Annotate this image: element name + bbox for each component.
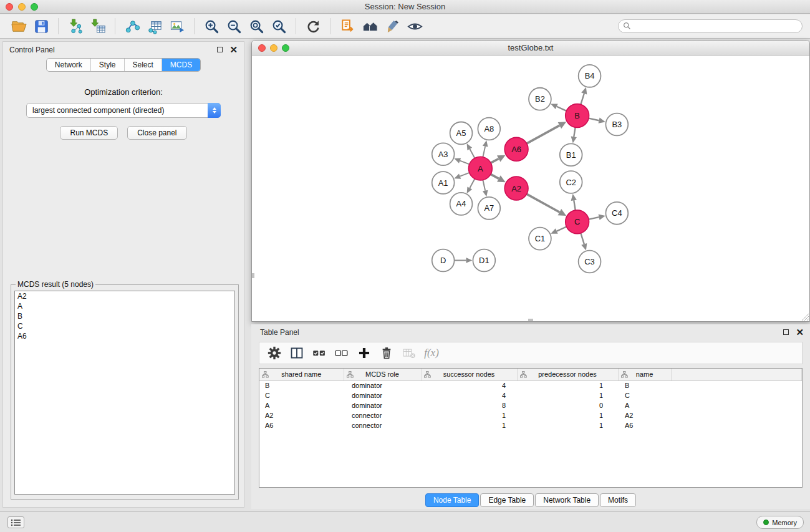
table-cell[interactable]: 8 xyxy=(421,400,517,410)
table-cell[interactable]: 1 xyxy=(421,420,517,430)
column-layout-button[interactable] xyxy=(287,344,307,362)
tab-network[interactable]: Network xyxy=(47,59,90,71)
table-cell[interactable]: 4 xyxy=(421,390,517,400)
delete-column-button[interactable] xyxy=(377,344,397,362)
import-table-button[interactable] xyxy=(87,17,109,36)
settings-gear-button[interactable] xyxy=(264,344,284,362)
result-list-item[interactable]: A xyxy=(15,301,234,311)
close-table-panel-icon[interactable]: ✕ xyxy=(796,327,804,337)
vertical-scroll-hint[interactable] xyxy=(252,273,254,278)
resize-grip-icon[interactable] xyxy=(801,312,809,321)
import-network-button[interactable] xyxy=(64,17,87,36)
zoom-fit-button[interactable] xyxy=(245,17,268,36)
table-cell[interactable]: A xyxy=(618,400,671,410)
close-panel-button[interactable]: Close panel xyxy=(127,126,186,140)
result-list-item[interactable]: C xyxy=(15,321,234,331)
column-header-successor-nodes[interactable]: successor nodes xyxy=(421,369,517,380)
tab-mcds[interactable]: MCDS xyxy=(162,59,200,71)
graph-edge-A-A8[interactable] xyxy=(483,147,485,157)
graph-edge-C-C1[interactable] xyxy=(557,227,567,231)
table-cell[interactable]: 4 xyxy=(421,380,517,390)
tab-style[interactable]: Style xyxy=(90,59,124,71)
refresh-button[interactable] xyxy=(302,17,324,36)
graph-edge-B-B3[interactable] xyxy=(589,118,599,121)
table-cell[interactable]: A6 xyxy=(259,420,344,430)
open-folder-button[interactable] xyxy=(7,17,30,36)
close-window-button[interactable] xyxy=(6,3,13,11)
graph-edge-A-A4[interactable] xyxy=(470,179,475,188)
graph-edge-A2-C[interactable] xyxy=(527,194,560,212)
result-list-item[interactable]: A6 xyxy=(15,331,234,341)
float-panel-icon[interactable] xyxy=(217,47,223,52)
function-builder-button[interactable]: f(x) xyxy=(422,344,441,362)
export-image-button[interactable] xyxy=(166,17,188,36)
table-cell[interactable]: 0 xyxy=(517,400,618,410)
eye-button[interactable] xyxy=(403,17,426,36)
table-row[interactable]: A6connector11A6 xyxy=(259,420,802,430)
save-button[interactable] xyxy=(30,17,52,36)
network-minimize-button[interactable] xyxy=(270,44,277,52)
home-button[interactable] xyxy=(359,17,381,36)
column-header-mcds-role[interactable]: MCDS role xyxy=(344,369,421,380)
table-cell[interactable]: A2 xyxy=(259,410,344,420)
result-list-item[interactable]: A2 xyxy=(15,291,234,301)
table-cell[interactable]: connector xyxy=(344,420,421,430)
mcds-result-list[interactable]: A2ABCA6 xyxy=(14,291,235,495)
graph-edge-C-C4[interactable] xyxy=(589,217,599,220)
tab-edge-table[interactable]: Edge Table xyxy=(480,493,534,507)
new-network-button[interactable] xyxy=(121,17,143,36)
table-cell[interactable]: A6 xyxy=(618,420,671,430)
table-cell[interactable]: connector xyxy=(344,410,421,420)
memory-button[interactable]: Memory xyxy=(756,516,804,529)
criterion-dropdown[interactable]: largest connected component (directed) xyxy=(26,103,221,118)
table-cell[interactable]: dominator xyxy=(344,390,421,400)
tab-network-table[interactable]: Network Table xyxy=(535,493,599,507)
table-cell[interactable]: 1 xyxy=(517,390,618,400)
graph-edge-A-A7[interactable] xyxy=(483,180,485,191)
graph-edge-A-A2[interactable] xyxy=(491,174,499,178)
minimize-window-button[interactable] xyxy=(18,3,26,11)
table-cell[interactable]: A2 xyxy=(618,410,671,420)
tab-motifs[interactable]: Motifs xyxy=(600,493,636,507)
table-cell[interactable]: B xyxy=(618,380,671,390)
table-cell[interactable]: 1 xyxy=(517,420,618,430)
float-table-panel-icon[interactable] xyxy=(783,329,789,335)
table-row[interactable]: Cdominator41C xyxy=(259,390,802,400)
graph-edge-A6-B[interactable] xyxy=(527,125,560,143)
table-cell[interactable]: dominator xyxy=(344,400,421,410)
zoom-out-button[interactable] xyxy=(223,17,245,36)
graph-edge-B-B1[interactable] xyxy=(574,127,575,137)
network-close-button[interactable] xyxy=(258,44,266,52)
deselect-all-button[interactable] xyxy=(332,344,352,362)
column-header-name[interactable]: name xyxy=(618,369,671,380)
network-window-titlebar[interactable]: testGlobe.txt xyxy=(252,41,809,56)
zoom-selected-button[interactable] xyxy=(268,17,290,36)
fullscreen-window-button[interactable] xyxy=(31,3,38,11)
graph-edge-B-B4[interactable] xyxy=(581,94,584,105)
table-cell[interactable]: 1 xyxy=(517,410,618,420)
graph-edge-A-A3[interactable] xyxy=(460,161,470,165)
zoom-in-button[interactable] xyxy=(200,17,223,36)
network-graph[interactable]: B4B2BB3A8A5A6B1A3AA1C2A2A4A7C4CC1C3DD1 xyxy=(252,56,809,321)
task-history-button[interactable] xyxy=(7,516,24,528)
run-mcds-button[interactable]: Run MCDS xyxy=(60,126,118,140)
graph-edge-A-A6[interactable] xyxy=(491,159,499,163)
network-zoom-button[interactable] xyxy=(282,44,289,52)
table-cell[interactable]: dominator xyxy=(344,380,421,390)
graph-edge-C-C2[interactable] xyxy=(574,200,575,210)
graph-edge-B-B2[interactable] xyxy=(557,107,567,111)
style-brush-button[interactable] xyxy=(381,17,403,36)
select-all-button[interactable] xyxy=(309,344,329,362)
table-cell[interactable]: C xyxy=(618,390,671,400)
add-column-button[interactable] xyxy=(354,344,374,362)
table-cell[interactable]: C xyxy=(259,390,344,400)
table-cell[interactable]: 1 xyxy=(421,410,517,420)
network-canvas[interactable]: B4B2BB3A8A5A6B1A3AA1C2A2A4A7C4CC1C3DD1 xyxy=(252,56,809,321)
result-list-item[interactable]: B xyxy=(15,311,234,321)
column-header-shared-name[interactable]: shared name xyxy=(259,369,344,380)
table-cell[interactable]: A xyxy=(259,400,344,410)
table-cell[interactable]: 1 xyxy=(517,380,618,390)
table-row[interactable]: Bdominator41B xyxy=(259,380,802,390)
search-input[interactable] xyxy=(618,19,803,33)
table-row[interactable]: Adominator80A xyxy=(259,400,802,410)
